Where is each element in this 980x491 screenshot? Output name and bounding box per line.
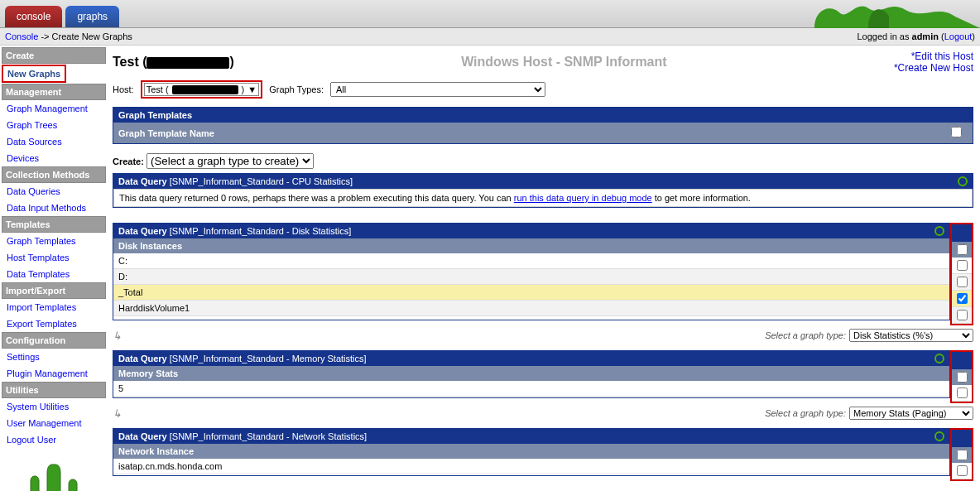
- disk-row-hdv1[interactable]: HarddiskVolume1: [113, 301, 949, 316]
- disk-row-hdv1-label: HarddiskVolume1: [118, 303, 944, 313]
- breadcrumb-console[interactable]: Console: [5, 31, 38, 41]
- memory-row-5[interactable]: 5: [113, 381, 949, 397]
- reload-icon[interactable]: [934, 354, 944, 363]
- graph-templates-subheader: Graph Template Name: [113, 123, 973, 143]
- sidebar-graph-templates[interactable]: Graph Templates: [2, 233, 106, 249]
- disk-row-c-label: C:: [118, 256, 944, 266]
- login-status: Logged in as admin (Logout): [857, 31, 975, 41]
- login-user: admin: [912, 31, 939, 41]
- cpu-title-prefix: Data Query: [118, 176, 170, 186]
- login-prefix: Logged in as: [857, 31, 911, 41]
- debug-mode-link[interactable]: run this data query in debug mode: [514, 193, 652, 203]
- sidebar-heading-importexport: Import/Export: [2, 282, 106, 299]
- sidebar-system-utilities[interactable]: System Utilities: [2, 398, 106, 415]
- redacted-hostname: [147, 57, 229, 69]
- memory-bottom-controls: ↳ Select a graph type: Memory Stats (Pag…: [113, 403, 973, 428]
- host-select-value: Test (: [147, 84, 169, 94]
- breadcrumb-bar: Console -> Create New Graphs Logged in a…: [0, 28, 980, 46]
- network-header: Data Query [SNMP_Informant_Standard - Ne…: [113, 429, 949, 444]
- cpu-warning-suffix: to get more information.: [652, 193, 751, 203]
- host-action-links: *Edit this Host *Create New Host: [894, 51, 973, 74]
- network-row-isatap-label: isatap.cn.mds.honda.com: [118, 461, 944, 471]
- tab-graphs[interactable]: graphs: [65, 6, 119, 27]
- memory-graph-type-select[interactable]: Memory Stats (Paging): [849, 407, 973, 420]
- sidebar-data-input-methods[interactable]: Data Input Methods: [2, 200, 106, 216]
- cpu-header: Data Query [SNMP_Informant_Standard - CP…: [113, 174, 973, 189]
- graph-types-select[interactable]: All: [330, 82, 545, 97]
- edit-host-link[interactable]: *Edit this Host: [911, 51, 973, 62]
- memory-subheader: Memory Stats: [113, 366, 949, 381]
- network-checkbox-column-highlight: [950, 428, 973, 481]
- breadcrumb-sep: ->: [38, 31, 51, 41]
- sidebar-data-templates[interactable]: Data Templates: [2, 266, 106, 282]
- disk-title-bracket: [SNMP_Informant_Standard - Disk Statisti…: [170, 226, 351, 236]
- reload-icon[interactable]: [934, 431, 944, 441]
- memory-checkbox-column-highlight: [950, 350, 973, 403]
- host-select[interactable]: Test () ▼: [144, 83, 259, 96]
- mem-title-prefix: Data Query: [118, 354, 170, 363]
- cacti-logo: [2, 456, 106, 491]
- net-title-bracket: [SNMP_Informant_Standard - Network Stati…: [170, 431, 367, 441]
- sidebar-plugin-management[interactable]: Plugin Management: [2, 365, 106, 382]
- page-title-prefix: Test (: [113, 55, 147, 69]
- sidebar-heading-create: Create: [2, 47, 106, 64]
- sidebar-heading-configuration: Configuration: [2, 332, 106, 349]
- disk-select-all-checkbox[interactable]: [957, 244, 968, 255]
- disk-row-total[interactable]: _Total: [113, 285, 949, 301]
- disk-row-c[interactable]: C:: [113, 253, 949, 269]
- sidebar-host-templates[interactable]: Host Templates: [2, 249, 106, 266]
- logout-link[interactable]: Logout: [944, 31, 973, 41]
- graph-templates-title: Graph Templates: [118, 110, 192, 120]
- reload-icon[interactable]: [934, 226, 944, 236]
- sidebar-data-queries[interactable]: Data Queries: [2, 183, 106, 200]
- chevron-down-icon: ▼: [247, 84, 257, 94]
- sidebar-devices[interactable]: Devices: [2, 150, 106, 166]
- sidebar-logout-user[interactable]: Logout User: [2, 431, 106, 448]
- panel-network: Data Query [SNMP_Informant_Standard - Ne…: [113, 428, 950, 476]
- page-title: Test (): [113, 55, 234, 70]
- disk-total-checkbox[interactable]: [957, 293, 968, 304]
- sidebar-data-sources[interactable]: Data Sources: [2, 133, 106, 150]
- network-subheader: Network Instance: [113, 444, 949, 459]
- memory-5-checkbox[interactable]: [957, 388, 968, 398]
- breadcrumb-current: Create New Graphs: [52, 31, 132, 41]
- breadcrumb: Console -> Create New Graphs: [5, 31, 132, 41]
- select-all-graph-templates-checkbox[interactable]: [951, 127, 962, 137]
- cpu-warning-prefix: This data query returned 0 rows, perhaps…: [119, 193, 514, 203]
- filter-row: Host: Test () ▼ Graph Types: All: [113, 80, 973, 99]
- cpu-title-bracket: [SNMP_Informant_Standard - CPU Statistic…: [170, 176, 353, 186]
- disk-c-checkbox[interactable]: [957, 260, 968, 271]
- disk-d-checkbox[interactable]: [957, 277, 968, 287]
- network-isatap-checkbox[interactable]: [957, 465, 968, 476]
- sidebar-graph-management[interactable]: Graph Management: [2, 100, 106, 117]
- memory-header: Data Query [SNMP_Informant_Standard - Me…: [113, 351, 949, 366]
- tab-console[interactable]: console: [5, 6, 62, 27]
- create-graph-type-select[interactable]: (Select a graph type to create): [147, 153, 314, 169]
- sidebar-heading-management: Management: [2, 84, 106, 100]
- reload-icon[interactable]: [958, 176, 968, 186]
- sidebar-user-management[interactable]: User Management: [2, 415, 106, 431]
- disk-row-d-label: D:: [118, 272, 944, 282]
- memory-select-all-checkbox[interactable]: [957, 372, 968, 383]
- memory-col: Memory Stats: [118, 368, 178, 378]
- net-title-prefix: Data Query: [118, 431, 170, 441]
- panel-graph-templates: Graph Templates Graph Template Name: [113, 107, 973, 144]
- host-select-suffix: ): [242, 84, 245, 94]
- sidebar-export-templates[interactable]: Export Templates: [2, 315, 106, 332]
- sidebar-import-templates[interactable]: Import Templates: [2, 299, 106, 315]
- disk-select-graph-label: Select a graph type:: [765, 330, 846, 340]
- disk-graph-type-select[interactable]: Disk Statistics (%'s): [849, 329, 973, 342]
- network-select-all-checkbox[interactable]: [957, 450, 968, 460]
- create-host-link[interactable]: *Create New Host: [894, 62, 973, 74]
- sidebar-settings[interactable]: Settings: [2, 349, 106, 365]
- network-row-isatap[interactable]: isatap.cn.mds.honda.com: [113, 459, 949, 474]
- sidebar-graph-trees[interactable]: Graph Trees: [2, 117, 106, 133]
- graph-templates-header: Graph Templates: [113, 108, 973, 123]
- page-subtitle: Windows Host - SNMP Informant: [234, 55, 894, 70]
- disk-row-d[interactable]: D:: [113, 269, 949, 285]
- create-graph-row: Create: (Select a graph type to create): [113, 149, 973, 173]
- content-area: Test () Windows Host - SNMP Informant *E…: [108, 46, 980, 491]
- sidebar-new-graphs[interactable]: New Graphs: [3, 66, 65, 81]
- disk-hdv1-checkbox[interactable]: [957, 310, 968, 320]
- cpu-warning-row: This data query returned 0 rows, perhaps…: [113, 189, 973, 207]
